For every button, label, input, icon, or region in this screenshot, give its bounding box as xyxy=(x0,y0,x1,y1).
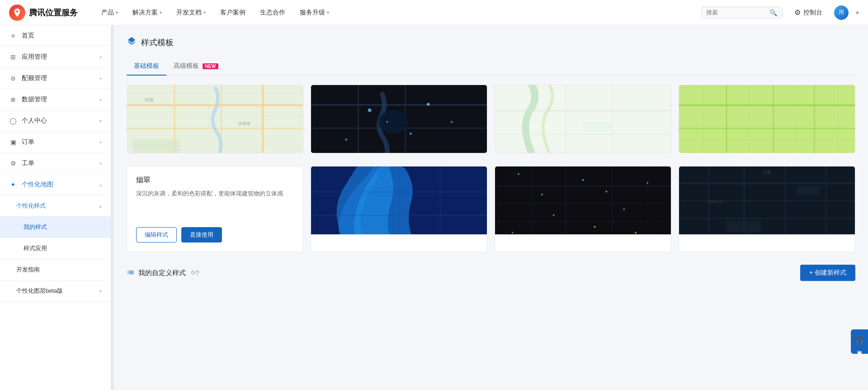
map-thumbnail-light: 环路 快速路 xyxy=(127,85,303,153)
topnav: 腾讯位置服务 产品 ▾ 解决方案 ▾ 开发文档 ▾ 客户案例 生态合作 服务升级… xyxy=(0,0,868,25)
svg-point-58 xyxy=(623,209,625,210)
map-icon: ✦ xyxy=(9,181,17,189)
svg-rect-27 xyxy=(566,85,566,153)
sidebar-item-home[interactable]: ≡ 首页 xyxy=(0,25,111,47)
chevron-down-icon: ▾ xyxy=(99,140,102,145)
sidebar-item-style-app[interactable]: 样式应用 xyxy=(0,238,111,259)
sidebar-item-map[interactable]: ✦ 个性化地图 ▴ xyxy=(0,174,111,195)
chevron-down-icon: ▾ xyxy=(856,9,859,16)
search-input[interactable] xyxy=(706,9,769,16)
nav-cases[interactable]: 客户案例 xyxy=(214,0,252,25)
nav-docs[interactable]: 开发文档 ▾ xyxy=(170,0,212,25)
new-badge: NEW xyxy=(203,63,218,69)
avatar-image: 用 xyxy=(834,5,849,20)
layers-icon xyxy=(127,36,137,48)
svg-rect-54 xyxy=(647,166,648,234)
svg-rect-45 xyxy=(399,166,400,234)
card-actions: 编辑样式 直接使用 xyxy=(136,227,294,243)
chevron-up-icon: ▴ xyxy=(99,182,102,187)
svg-rect-67 xyxy=(679,200,855,201)
sidebar-item-data[interactable]: ⊗ 数据管理 ▾ xyxy=(0,89,111,110)
template-card-charcoal[interactable]: iTA 地图样式 xyxy=(679,166,855,252)
svg-text:地图样式: 地图样式 xyxy=(708,200,723,204)
svg-rect-68 xyxy=(679,218,855,219)
tab-basic[interactable]: 基础模板 xyxy=(127,57,166,76)
my-styles-section-header: 我的自定义样式 0个 + 创建新样式 xyxy=(127,265,855,281)
svg-rect-53 xyxy=(612,166,613,234)
apps-icon: ⊞ xyxy=(9,53,17,61)
svg-rect-36 xyxy=(679,87,855,87)
ticket-icon: ⚙ xyxy=(9,159,17,167)
template-grid-row1: 环路 快速路 xyxy=(127,85,855,153)
template-card-blue[interactable] xyxy=(311,166,487,252)
svg-rect-13 xyxy=(311,105,487,106)
svg-rect-5 xyxy=(262,85,264,153)
sidebar-item-my-style[interactable]: 我的样式 xyxy=(0,217,111,238)
svg-rect-75 xyxy=(726,221,761,233)
sidebar-item-personal[interactable]: ◯ 个人中心 ▾ xyxy=(0,110,111,132)
svg-rect-30 xyxy=(679,85,855,153)
svg-rect-24 xyxy=(495,85,671,153)
create-style-button[interactable]: + 创建新样式 xyxy=(800,265,855,281)
sidebar-item-beta-layer[interactable]: 个性化图层beta版 ▾ xyxy=(0,281,111,302)
tabs: 基础模板 高级模板 NEW xyxy=(127,57,855,76)
svg-rect-34 xyxy=(773,85,774,153)
sidebar-item-ticket[interactable]: ⚙ 工单 ▾ xyxy=(0,153,111,174)
page-header: 样式模板 xyxy=(127,36,855,48)
template-card-light[interactable]: 环路 快速路 xyxy=(127,85,303,153)
chevron-down-icon: ▾ xyxy=(99,289,102,294)
svg-point-21 xyxy=(345,138,347,141)
sidebar-item-apps[interactable]: ⊞ 应用管理 ▾ xyxy=(0,47,111,68)
template-card-night[interactable] xyxy=(495,166,671,252)
template-grid-row2: 烟翠 深沉的灰调，柔和的色彩搭配，更能体现建筑物的立体感 编辑样式 直接使用 xyxy=(127,166,855,252)
use-style-button[interactable]: 直接使用 xyxy=(181,227,222,243)
sidebar-item-dev-guide[interactable]: 开发指南 xyxy=(0,259,111,281)
svg-rect-41 xyxy=(837,85,838,153)
sidebar-item-style[interactable]: 个性化样式 ▴ xyxy=(0,195,111,217)
nav-product[interactable]: 产品 ▾ xyxy=(95,0,124,25)
edit-style-button[interactable]: 编辑样式 xyxy=(136,227,177,243)
svg-rect-76 xyxy=(796,186,820,195)
user-icon: ◯ xyxy=(9,117,17,125)
svg-point-56 xyxy=(541,194,543,195)
svg-point-20 xyxy=(427,103,429,105)
search-box[interactable]: 🔍 xyxy=(701,7,783,19)
chevron-down-icon: ▾ xyxy=(203,10,206,15)
chevron-down-icon: ▾ xyxy=(99,119,102,124)
svg-rect-25 xyxy=(495,110,671,112)
template-card-minimal[interactable] xyxy=(495,85,671,153)
avatar[interactable]: 用 xyxy=(834,5,849,20)
tab-advanced[interactable]: 高级模板 NEW xyxy=(166,57,226,76)
template-card-green[interactable] xyxy=(679,85,855,153)
nav-eco[interactable]: 生态合作 xyxy=(254,0,292,25)
data-icon: ⊗ xyxy=(9,95,17,104)
map-thumbnail-dark: ● xyxy=(311,85,487,153)
template-card-dark[interactable]: ● xyxy=(311,85,487,153)
svg-point-55 xyxy=(518,173,519,175)
nav-right: 🔍 ⚙ 控制台 用 ▾ xyxy=(701,5,859,20)
svg-point-18 xyxy=(368,109,372,112)
chevron-down-icon: ▾ xyxy=(99,97,102,102)
svg-rect-33 xyxy=(726,85,727,153)
nav-items: 产品 ▾ 解决方案 ▾ 开发文档 ▾ 客户案例 生态合作 服务升级 ▾ xyxy=(95,0,701,25)
chevron-up-icon: ▴ xyxy=(99,204,102,209)
chevron-down-icon: ▾ xyxy=(116,10,118,15)
contact-button[interactable]: 🎧 联系客服 xyxy=(851,329,868,354)
style-count: 0个 xyxy=(191,269,200,277)
sidebar-item-quota[interactable]: ⊜ 配额管理 ▾ xyxy=(0,68,111,89)
svg-rect-38 xyxy=(703,85,703,153)
sidebar-item-order[interactable]: ▣ 订单 ▾ xyxy=(0,132,111,153)
nav-upgrade[interactable]: 服务升级 ▾ xyxy=(293,0,335,25)
quota-icon: ⊜ xyxy=(9,74,17,82)
order-icon: ▣ xyxy=(9,138,17,146)
map-thumbnail-blue xyxy=(311,166,487,234)
nav-solution[interactable]: 解决方案 ▾ xyxy=(126,0,168,25)
chevron-down-icon: ▾ xyxy=(99,161,102,166)
logo-icon xyxy=(9,5,25,21)
template-card-yancui[interactable]: 烟翠 深沉的灰调，柔和的色彩搭配，更能体现建筑物的立体感 编辑样式 直接使用 xyxy=(127,166,303,252)
map-thumbnail-night xyxy=(495,166,671,234)
console-button[interactable]: ⚙ 控制台 xyxy=(790,5,827,19)
svg-rect-9 xyxy=(127,145,303,146)
svg-point-57 xyxy=(582,179,584,181)
logo[interactable]: 腾讯位置服务 xyxy=(9,5,81,21)
